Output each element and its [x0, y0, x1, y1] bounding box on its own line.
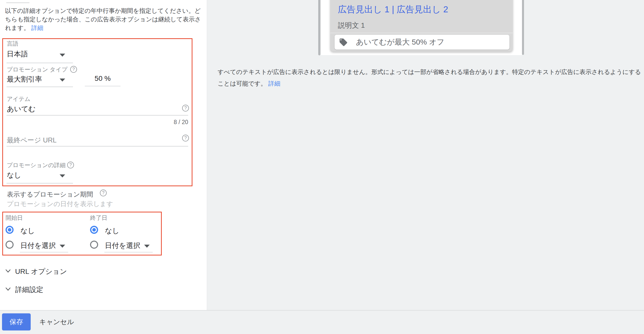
promotion-type-label: プロモーション タイプ — [7, 66, 67, 73]
preview-frame-left-edge — [318, 0, 320, 55]
promotion-dates-heading: 表示するプロモーション期間 — [7, 190, 93, 199]
intro-learn-more-link[interactable]: 詳細 — [31, 24, 43, 31]
start-date-label: 開始日 — [6, 214, 23, 222]
start-date-none-label[interactable]: なし — [20, 226, 35, 236]
promotion-type-help-icon[interactable]: ? — [70, 66, 77, 73]
item-underline — [7, 115, 188, 116]
promotion-type-select[interactable]: 最大割引率 — [7, 75, 42, 84]
top-field-divider — [6, 3, 29, 3]
final-url-input[interactable]: 最終ページ URL — [7, 136, 57, 145]
promotion-dates-help-icon[interactable]: ? — [100, 190, 107, 196]
ad-headline: 広告見出し 1 | 広告見出し 2 — [338, 4, 448, 15]
end-date-dropdown-arrow-icon[interactable] — [144, 245, 150, 248]
promotion-detail-label: プロモーションの詳細 — [7, 161, 66, 169]
start-date-underline — [20, 252, 68, 252]
language-label: 言語 — [7, 40, 18, 48]
price-tag-icon — [339, 38, 348, 47]
item-label: アイテム — [7, 95, 30, 103]
start-date-dropdown-arrow-icon[interactable] — [60, 245, 65, 248]
promotion-detail-dropdown-arrow-icon[interactable] — [60, 174, 65, 177]
final-url-help-icon[interactable]: ? — [182, 135, 189, 141]
disclaimer-learn-more-link[interactable]: 詳細 — [268, 80, 280, 87]
radio-dot — [8, 228, 11, 232]
item-char-counter: 8 / 20 — [138, 119, 188, 126]
edit-form-panel: 以下の詳細オプションで特定の年中行事か期間を指定してください。ど ちらも指定しな… — [0, 0, 207, 310]
promotion-detail-underline — [7, 183, 73, 183]
promotion-preview-text: あいてむが最大 50% オフ — [356, 37, 445, 47]
action-bar: 保存 キャンセル — [0, 310, 644, 334]
item-help-icon[interactable]: ? — [182, 105, 189, 112]
cancel-button[interactable]: キャンセル — [38, 313, 75, 330]
promotion-extension-editor: 以下の詳細オプションで特定の年中行事か期間を指定してください。ど ちらも指定しな… — [0, 0, 644, 334]
percent-off-underline — [85, 86, 120, 86]
end-date-underline — [104, 252, 153, 252]
promotion-type-underline — [7, 87, 73, 87]
preview-frame-right-edge — [522, 0, 524, 55]
ad-preview-card: 広告見出し 1 | 広告見出し 2 説明文 1 あいてむが最大 50% オフ — [330, 0, 513, 52]
start-date-pick-label[interactable]: 日付を選択 — [20, 241, 56, 250]
percent-off-input[interactable]: 50 % — [85, 75, 120, 83]
advanced-settings-expander[interactable]: 詳細設定 — [15, 285, 43, 294]
intro-paragraph: 以下の詳細オプションで特定の年中行事か期間を指定してください。ど ちらも指定しな… — [5, 7, 206, 32]
end-date-pick-label[interactable]: 日付を選択 — [105, 241, 140, 250]
promotion-detail-select[interactable]: なし — [7, 170, 21, 180]
language-underline — [7, 63, 73, 63]
end-date-none-radio[interactable] — [90, 226, 98, 234]
language-select[interactable]: 日本語 — [7, 49, 28, 59]
save-button[interactable]: 保存 — [2, 313, 31, 330]
promotion-type-dropdown-arrow-icon[interactable] — [60, 79, 65, 82]
promotion-detail-help-icon[interactable]: ? — [67, 162, 74, 168]
end-date-pick-radio[interactable] — [90, 241, 98, 249]
chevron-down-icon[interactable] — [5, 285, 12, 292]
ad-description: 説明文 1 — [338, 21, 365, 30]
radio-dot — [92, 228, 96, 232]
end-date-label: 終了日 — [90, 214, 107, 222]
chevron-down-icon[interactable] — [5, 267, 12, 274]
url-options-expander[interactable]: URL オプション — [15, 267, 67, 276]
promotion-dates-subtitle: プロモーションの日付を表示します — [7, 200, 113, 208]
disclaimer-paragraph: すべてのテキストが広告に表示されるとは限りません。形式によっては一部が省略される… — [218, 66, 644, 89]
start-date-none-radio[interactable] — [6, 226, 14, 234]
language-dropdown-arrow-icon[interactable] — [60, 54, 65, 57]
promotion-asset-pill: あいてむが最大 50% オフ — [335, 35, 509, 50]
disclaimer-text: すべてのテキストが広告に表示されるとは限りません。形式によっては一部が省略される… — [218, 68, 641, 87]
end-date-none-label[interactable]: なし — [105, 226, 119, 236]
ad-card-divider — [330, 33, 513, 33]
item-input[interactable]: あいてむ — [7, 104, 36, 114]
start-date-pick-radio[interactable] — [6, 241, 14, 249]
final-url-underline — [7, 146, 188, 146]
